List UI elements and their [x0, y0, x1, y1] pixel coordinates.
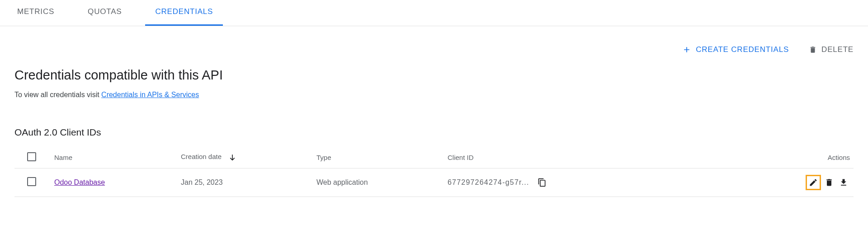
credentials-link[interactable]: Credentials in APIs & Services	[101, 91, 199, 98]
edit-icon[interactable]	[806, 175, 821, 190]
header-name[interactable]: Name	[54, 147, 181, 168]
row-checkbox[interactable]	[27, 177, 36, 186]
row-type: Web application	[316, 168, 448, 197]
delete-label: DELETE	[821, 45, 854, 54]
page-subtitle: To view all credentials visit Credential…	[14, 91, 854, 99]
subtitle-prefix: To view all credentials visit	[14, 91, 101, 98]
tab-quotas[interactable]: QUOTAS	[86, 7, 123, 26]
header-creation-date-label: Creation date	[181, 153, 222, 160]
row-checkbox-cell	[14, 168, 54, 197]
client-id-value: 677297264274-g57r...	[448, 178, 529, 187]
header-creation-date[interactable]: Creation date	[181, 147, 316, 168]
delete-row-icon[interactable]	[823, 176, 835, 189]
header-client-id[interactable]: Client ID	[448, 147, 763, 168]
page-title: Credentials compatible with this API	[14, 68, 854, 83]
delete-button[interactable]: DELETE	[809, 45, 854, 54]
header-actions: Actions	[763, 147, 854, 168]
download-icon[interactable]	[837, 176, 850, 189]
section-title: OAuth 2.0 Client IDs	[14, 127, 854, 138]
tabs-bar: METRICS QUOTAS CREDENTIALS	[0, 0, 868, 26]
actions-bar: CREATE CREDENTIALS DELETE	[14, 26, 854, 54]
table-row: Odoo Database Jan 25, 2023 Web applicati…	[14, 168, 854, 197]
create-credentials-button[interactable]: CREATE CREDENTIALS	[682, 45, 789, 54]
tab-credentials[interactable]: CREDENTIALS	[153, 7, 215, 26]
select-all-checkbox[interactable]	[27, 152, 36, 161]
copy-icon[interactable]	[536, 176, 548, 189]
header-checkbox-cell	[14, 147, 54, 168]
tab-metrics[interactable]: METRICS	[15, 7, 56, 26]
arrow-down-icon	[228, 153, 237, 162]
credentials-table: Name Creation date Type Client ID Action…	[14, 147, 854, 197]
row-creation-date: Jan 25, 2023	[181, 168, 316, 197]
create-credentials-label: CREATE CREDENTIALS	[696, 45, 789, 54]
credential-name-link[interactable]: Odoo Database	[54, 178, 105, 186]
row-actions-cell	[763, 168, 854, 197]
header-type[interactable]: Type	[316, 147, 448, 168]
row-name-cell: Odoo Database	[54, 168, 181, 197]
trash-icon	[809, 46, 817, 54]
row-client-id-cell: 677297264274-g57r...	[448, 168, 763, 197]
table-header-row: Name Creation date Type Client ID Action…	[14, 147, 854, 168]
plus-icon	[682, 45, 691, 54]
